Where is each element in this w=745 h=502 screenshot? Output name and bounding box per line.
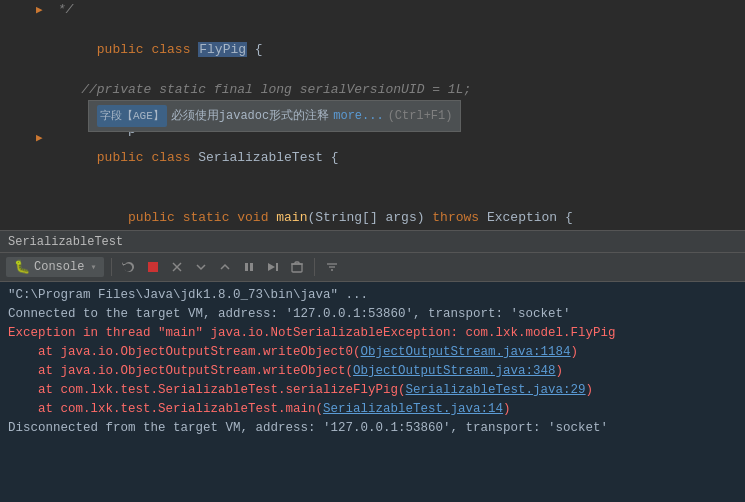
console-toolbar: 🐛 Console ▾ xyxy=(0,252,745,282)
stack-indent: at java.io.ObjectOutputStream.writeObjec… xyxy=(8,345,361,359)
code-text: */ xyxy=(50,0,745,20)
status-bar: SerializableTest xyxy=(0,230,745,252)
console-output-wrapper: "C:\Program Files\Java\jdk1.8.0_73\bin\j… xyxy=(0,282,745,502)
toolbar-btn-up[interactable] xyxy=(215,257,235,277)
indent xyxy=(97,210,128,225)
tab-dropdown-arrow[interactable]: ▾ xyxy=(90,261,96,273)
keyword-void: void xyxy=(237,210,276,225)
editor-area: ▶ */ public class FlyPig { //private sta… xyxy=(0,0,745,230)
stack-link-1[interactable]: ObjectOutputStream.java:1184 xyxy=(361,345,571,359)
code-line-2: public class FlyPig { xyxy=(0,20,745,80)
toolbar-btn-pause[interactable] xyxy=(239,257,259,277)
toolbar-btn-restart[interactable] xyxy=(119,257,139,277)
code-line-4-tooltip-container: p 字段【AGE】 必须使用javadoc形式的注释 more... (Ctrl… xyxy=(0,100,745,120)
svg-rect-6 xyxy=(276,263,278,271)
bug-icon: 🐛 xyxy=(14,259,30,275)
brace-open: { xyxy=(247,42,263,57)
svg-marker-5 xyxy=(268,263,275,271)
stack-close-3: ) xyxy=(586,383,594,397)
keyword-throws: throws xyxy=(432,210,487,225)
console-line-stack-1: at java.io.ObjectOutputStream.writeObjec… xyxy=(8,343,737,362)
toolbar-sep-2 xyxy=(314,258,315,276)
gutter-arrow-2: ▶ xyxy=(36,128,50,148)
code-text: public class FlyPig { xyxy=(50,20,745,80)
tooltip-popup: 字段【AGE】 必须使用javadoc形式的注释 more... (Ctrl+F… xyxy=(88,100,461,132)
toolbar-btn-close[interactable] xyxy=(167,257,187,277)
toolbar-btn-clear[interactable] xyxy=(287,257,307,277)
stack-link-2[interactable]: ObjectOutputStream.java:348 xyxy=(353,364,556,378)
tooltip-message: 必须使用javadoc形式的注释 xyxy=(171,106,329,126)
toolbar-btn-stop[interactable] xyxy=(143,257,163,277)
status-label: SerializableTest xyxy=(8,235,123,249)
console-line-cmd: "C:\Program Files\Java\jdk1.8.0_73\bin\j… xyxy=(8,286,737,305)
console-tab[interactable]: 🐛 Console ▾ xyxy=(6,257,104,277)
svg-rect-3 xyxy=(245,263,248,271)
svg-rect-7 xyxy=(292,264,302,272)
tooltip-shortcut: (Ctrl+F1) xyxy=(388,106,453,126)
code-text: //private static final long serialVersio… xyxy=(50,80,745,100)
toolbar-btn-down[interactable] xyxy=(191,257,211,277)
console-line-stack-2: at java.io.ObjectOutputStream.writeObjec… xyxy=(8,362,737,381)
stack-indent2: at java.io.ObjectOutputStream.writeObjec… xyxy=(8,364,353,378)
tooltip-more-link[interactable]: more... xyxy=(333,106,383,126)
toolbar-btn-filter[interactable] xyxy=(322,257,342,277)
console-line-exception: Exception in thread "main" java.io.NotSe… xyxy=(8,324,737,343)
keyword-class: class xyxy=(151,42,198,57)
code-text: public static void main(String[] args) t… xyxy=(50,188,745,230)
stack-link-3[interactable]: SerializableTest.java:29 xyxy=(406,383,586,397)
stack-close-2: ) xyxy=(556,364,564,378)
code-line-3: //private static final long serialVersio… xyxy=(0,80,745,100)
keyword-public: public xyxy=(97,42,152,57)
stack-indent3: at com.lxk.test.SerializableTest.seriali… xyxy=(8,383,406,397)
keyword-public3: public xyxy=(128,210,183,225)
code-line-6: public static void main(String[] args) t… xyxy=(0,188,745,230)
svg-rect-4 xyxy=(250,263,253,271)
tooltip-tag: 字段【AGE】 xyxy=(97,105,167,127)
exception-class: Exception { xyxy=(487,210,573,225)
code-line-1: ▶ */ xyxy=(0,0,745,20)
keyword-static: static xyxy=(183,210,238,225)
console-line-connected: Connected to the target VM, address: '12… xyxy=(8,305,737,324)
console-line-stack-4: at com.lxk.test.SerializableTest.main(Se… xyxy=(8,400,737,419)
toolbar-btn-step[interactable] xyxy=(263,257,283,277)
stack-link-4[interactable]: SerializableTest.java:14 xyxy=(323,402,503,416)
classname-flypig: FlyPig xyxy=(198,42,247,57)
console-line-stack-3: at com.lxk.test.SerializableTest.seriali… xyxy=(8,381,737,400)
console-tab-label: Console xyxy=(34,260,84,274)
stack-close-1: ) xyxy=(571,345,579,359)
method-main: main xyxy=(276,210,307,225)
console-line-disconnected: Disconnected from the target VM, address… xyxy=(8,419,737,438)
stack-indent4: at com.lxk.test.SerializableTest.main( xyxy=(8,402,323,416)
stack-close-4: ) xyxy=(503,402,511,416)
method-params: (String[] args) xyxy=(307,210,432,225)
svg-rect-0 xyxy=(148,262,158,272)
gutter-arrow: ▶ xyxy=(36,0,50,20)
console-output[interactable]: "C:\Program Files\Java\jdk1.8.0_73\bin\j… xyxy=(0,282,745,502)
toolbar-sep-1 xyxy=(111,258,112,276)
